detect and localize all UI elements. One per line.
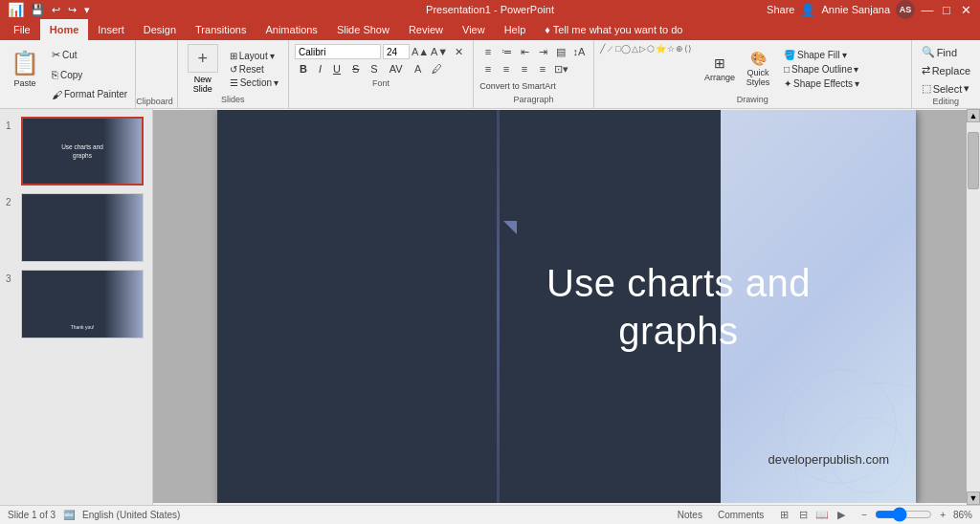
maximize-button[interactable]: □: [940, 3, 953, 16]
font-size-input[interactable]: [383, 44, 410, 59]
align-right-button[interactable]: ≡: [516, 61, 533, 76]
drawing-group: ╱⟋ □◯ △▷ ⬡⭐ ☆⊕ ⟨⟩ ⊞ Arrange 🎨 Qu: [594, 40, 912, 108]
bold-button[interactable]: B: [295, 61, 312, 76]
user-area: Share 👤 Annie Sanjana AS — □ ✕: [767, 0, 972, 19]
tab-search[interactable]: ♦ Tell me what you want to do: [535, 19, 692, 40]
font-color-button[interactable]: A: [410, 61, 427, 76]
zoom-in-button[interactable]: +: [936, 509, 949, 521]
language-label: English (United States): [82, 510, 180, 520]
tab-slideshow[interactable]: Slide Show: [327, 19, 399, 40]
new-slide-button[interactable]: + New Slide: [184, 44, 222, 94]
slide-accent: [503, 221, 517, 234]
tab-home[interactable]: Home: [40, 19, 89, 40]
shape-outline-button[interactable]: □ Shape Outline ▾: [780, 63, 863, 76]
slideshow-button[interactable]: ▶: [833, 507, 850, 522]
scroll-up-button[interactable]: ▲: [967, 109, 980, 122]
justify-button[interactable]: ≡: [534, 61, 551, 76]
comments-button[interactable]: Comments: [714, 509, 768, 521]
slide-subtitle-container[interactable]: developerpublish.com: [768, 452, 889, 467]
increase-font-button[interactable]: A▼: [431, 44, 448, 59]
indent-less-button[interactable]: ⇤: [516, 44, 533, 59]
slide-number-2: 2: [6, 197, 17, 207]
tab-animations[interactable]: Animations: [256, 19, 326, 40]
slide-thumb-3[interactable]: Thank you!: [21, 270, 144, 338]
tab-insert[interactable]: Insert: [88, 19, 134, 40]
indent-more-button[interactable]: ⇥: [534, 44, 551, 59]
status-right: Notes Comments ⊞ ⊟ 📖 ▶ − + 86%: [674, 507, 972, 522]
customize-qa-button[interactable]: ▾: [81, 3, 93, 17]
tab-review[interactable]: Review: [399, 19, 453, 40]
highlight-button[interactable]: 🖊: [429, 61, 446, 76]
minimize-button[interactable]: —: [921, 3, 934, 16]
section-button[interactable]: ☰ Section ▾: [226, 76, 282, 89]
redo-button[interactable]: ↪: [65, 3, 79, 17]
cut-button[interactable]: ✂ Cut: [48, 48, 131, 62]
status-left: Slide 1 of 3 🔤 English (United States): [8, 510, 180, 520]
slide-sorter-button[interactable]: ⊟: [794, 507, 812, 522]
tab-help[interactable]: Help: [495, 19, 536, 40]
tab-file[interactable]: File: [4, 19, 40, 40]
slide-count: Slide 1 of 3: [8, 510, 56, 520]
find-button[interactable]: 🔍 Find: [918, 44, 974, 60]
normal-view-button[interactable]: ⊞: [775, 507, 792, 522]
slide-thumb-2[interactable]: [21, 193, 144, 262]
italic-button[interactable]: I: [314, 61, 326, 76]
columns-button[interactable]: ▤: [552, 44, 569, 59]
reset-button[interactable]: ↺ Reset: [226, 63, 282, 76]
paragraph-group-label: Paragraph: [479, 95, 588, 104]
user-avatar: AS: [896, 0, 915, 19]
slide-panel: 1 Use charts andgraphs 2 3: [0, 109, 153, 505]
save-button[interactable]: 💾: [28, 3, 47, 17]
underline-button[interactable]: U: [328, 61, 345, 76]
scroll-thumb[interactable]: [968, 132, 979, 189]
decrease-font-button[interactable]: A▲: [412, 44, 429, 59]
shape-effects-button[interactable]: ✦ Shape Effects ▾: [780, 77, 863, 90]
replace-button[interactable]: ⇄ Replace: [918, 62, 974, 78]
slide-title-container[interactable]: Use charts andgraphs: [518, 259, 811, 355]
paste-button[interactable]: 📋 Paste: [4, 44, 46, 94]
zoom-slider[interactable]: [875, 510, 932, 519]
notes-button[interactable]: Notes: [674, 509, 706, 521]
format-painter-button[interactable]: 🖌 Format Painter: [48, 88, 131, 101]
close-button[interactable]: ✕: [959, 3, 972, 16]
tab-design[interactable]: Design: [134, 19, 186, 40]
zoom-out-button[interactable]: −: [858, 509, 871, 521]
align-left-button[interactable]: ≡: [479, 61, 497, 76]
editing-group: 🔍 Find ⇄ Replace ⬚ Select ▾ Editing: [912, 40, 980, 108]
tab-transitions[interactable]: Transitions: [186, 19, 256, 40]
layout-button[interactable]: ⊞ Layout ▾: [226, 50, 282, 62]
language-indicator: 🔤: [63, 510, 75, 520]
undo-button[interactable]: ↩: [49, 3, 63, 17]
main-area: 1 Use charts andgraphs 2 3: [0, 109, 980, 505]
align-center-button[interactable]: ≡: [498, 61, 515, 76]
copy-button[interactable]: ⎘ Copy: [48, 68, 131, 81]
shape-fill-button[interactable]: 🪣 Shape Fill ▾: [780, 49, 863, 61]
slide-item-3[interactable]: 3 Thank you!: [6, 270, 146, 338]
slide-thumb-1[interactable]: Use charts andgraphs: [21, 117, 144, 186]
zoom-area: − + 86%: [858, 509, 972, 521]
clear-format-button[interactable]: ✕: [450, 44, 467, 59]
font-group: A▲ A▼ ✕ B I U S S AV A 🖊 Font: [289, 40, 474, 108]
font-family-input[interactable]: [295, 44, 381, 59]
share-button[interactable]: Share: [767, 4, 794, 15]
strikethrough-button[interactable]: S: [347, 61, 364, 76]
select-button[interactable]: ⬚ Select ▾: [918, 80, 974, 97]
bullets-button[interactable]: ≡: [479, 44, 497, 59]
text-shadow-button[interactable]: S: [366, 61, 382, 76]
slide-item-2[interactable]: 2: [6, 193, 146, 262]
arrange-button[interactable]: ⊞ Arrange: [702, 44, 738, 94]
slide-canvas[interactable]: Use charts andgraphs developerpublish.co…: [217, 110, 916, 503]
convert-smartart-button[interactable]: Convert to SmartArt: [479, 78, 556, 94]
canvas-wrapper: Use charts andgraphs developerpublish.co…: [153, 109, 980, 505]
canvas-area[interactable]: Use charts andgraphs developerpublish.co…: [153, 110, 980, 503]
char-spacing-button[interactable]: AV: [385, 61, 408, 76]
text-direction-button[interactable]: ↕A: [570, 44, 588, 59]
scroll-down-button[interactable]: ▼: [967, 491, 980, 505]
slide-item-1[interactable]: 1 Use charts andgraphs: [6, 117, 146, 186]
quick-styles-button[interactable]: 🎨 Quick Styles: [740, 44, 776, 94]
align-text-button[interactable]: ⊡▾: [552, 61, 569, 76]
numbering-button[interactable]: ≔: [498, 44, 515, 59]
tab-view[interactable]: View: [453, 19, 495, 40]
vertical-scrollbar[interactable]: ▲ ▼: [967, 109, 980, 505]
reading-view-button[interactable]: 📖: [813, 507, 831, 522]
